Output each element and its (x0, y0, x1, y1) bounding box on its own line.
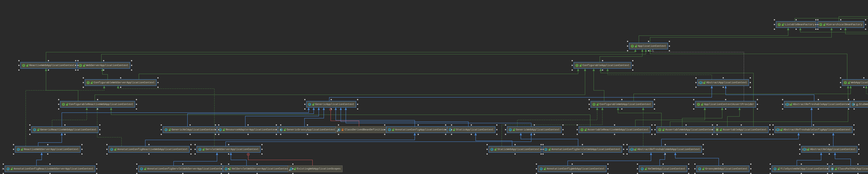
selection-handle[interactable] (621, 108, 623, 110)
selection-handle[interactable] (81, 144, 83, 145)
selection-handle[interactable] (13, 149, 14, 150)
selection-handle[interactable] (769, 124, 771, 126)
diagram-node-conf_ac[interactable]: IConfigurableApplicationContext (574, 62, 631, 69)
selection-handle[interactable] (782, 104, 783, 105)
selection-handle[interactable] (505, 134, 506, 135)
selection-handle[interactable] (505, 129, 506, 130)
selection-handle[interactable] (256, 164, 258, 165)
selection-handle[interactable] (688, 164, 689, 165)
selection-handle[interactable] (120, 87, 121, 88)
selection-handle[interactable] (571, 164, 573, 165)
selection-handle[interactable] (796, 29, 797, 30)
selection-handle[interactable] (3, 168, 4, 170)
selection-handle[interactable] (304, 104, 306, 105)
selection-handle[interactable] (827, 164, 828, 165)
selection-handle[interactable] (83, 87, 84, 88)
selection-handle[interactable] (247, 134, 249, 135)
selection-handle[interactable] (182, 173, 184, 174)
selection-handle[interactable] (58, 104, 59, 105)
selection-handle[interactable] (261, 144, 262, 145)
selection-handle[interactable] (81, 149, 83, 150)
selection-handle[interactable] (384, 129, 385, 130)
selection-handle[interactable] (614, 134, 615, 135)
selection-handle[interactable] (496, 134, 498, 135)
selection-handle[interactable] (815, 19, 817, 21)
selection-handle[interactable] (99, 134, 100, 135)
selection-handle[interactable] (228, 173, 229, 174)
selection-handle[interactable] (722, 173, 723, 174)
selection-handle[interactable] (338, 134, 339, 135)
selection-handle[interactable] (157, 82, 159, 83)
selection-handle[interactable] (769, 129, 771, 130)
selection-handle[interactable] (189, 134, 191, 135)
diagram-node-arwac[interactable]: CAbstractRefreshableWebApplicationContex… (628, 146, 702, 153)
selection-handle[interactable] (669, 50, 670, 52)
selection-handle[interactable] (106, 149, 107, 150)
selection-handle[interactable] (536, 164, 537, 165)
selection-handle[interactable] (247, 124, 249, 126)
diagram-node-conf_web_ac[interactable]: IConfigurableWebApplicationContext (591, 101, 653, 108)
selection-handle[interactable] (58, 99, 59, 100)
selection-handle[interactable] (817, 19, 818, 21)
selection-handle[interactable] (280, 129, 281, 130)
selection-handle[interactable] (582, 153, 583, 155)
selection-handle[interactable] (228, 144, 229, 145)
selection-handle[interactable] (221, 173, 222, 174)
selection-handle[interactable] (190, 144, 192, 145)
class-diagram-canvas[interactable]: Powered by yFiles IBeanFactoryIListableB… (0, 0, 868, 174)
selection-handle[interactable] (712, 124, 713, 126)
diagram-node-xwac[interactable]: CXmlWebApplicationContext (639, 166, 687, 172)
selection-handle[interactable] (131, 65, 132, 66)
diagram-node-acrwac[interactable]: CAnnotationConfigReactiveWebApplicationC… (108, 146, 190, 153)
selection-handle[interactable] (18, 65, 20, 66)
selection-handle[interactable] (832, 168, 833, 170)
selection-handle[interactable] (148, 144, 150, 145)
diagram-node-raac[interactable]: CResourceAdapterApplicationContext (217, 126, 279, 133)
selection-handle[interactable] (637, 168, 638, 170)
selection-handle[interactable] (157, 87, 159, 88)
diagram-node-gwac[interactable]: CGenericWebApplicationContext (507, 126, 562, 133)
selection-handle[interactable] (626, 149, 628, 150)
selection-handle[interactable] (832, 164, 833, 165)
selection-handle[interactable] (865, 29, 866, 30)
selection-handle[interactable] (685, 124, 687, 126)
selection-handle[interactable] (96, 164, 97, 165)
diagram-node-conf_reactive[interactable]: IConfigurableReactiveWebApplicationConte… (60, 101, 135, 108)
selection-handle[interactable] (48, 60, 49, 61)
selection-handle[interactable] (562, 134, 564, 135)
selection-handle[interactable] (451, 124, 452, 126)
selection-handle[interactable] (496, 129, 498, 130)
selection-handle[interactable] (505, 124, 506, 126)
selection-handle[interactable] (49, 164, 51, 165)
selection-handle[interactable] (451, 134, 452, 135)
selection-handle[interactable] (228, 168, 229, 170)
selection-handle[interactable] (607, 173, 609, 174)
selection-handle[interactable] (81, 153, 83, 155)
selection-handle[interactable] (307, 134, 308, 135)
diagram-node-assert_ac[interactable]: IAssertableApplicationContext (714, 126, 769, 133)
selection-handle[interactable] (607, 168, 609, 170)
selection-handle[interactable] (49, 173, 51, 174)
selection-handle[interactable] (357, 104, 358, 105)
selection-handle[interactable] (417, 124, 419, 126)
selection-handle[interactable] (194, 149, 196, 150)
selection-handle[interactable] (542, 153, 544, 155)
selection-handle[interactable] (29, 124, 31, 126)
selection-handle[interactable] (75, 65, 76, 66)
selection-handle[interactable] (487, 144, 488, 145)
selection-handle[interactable] (750, 173, 751, 174)
selection-handle[interactable] (703, 144, 704, 145)
selection-handle[interactable] (799, 144, 801, 145)
diagram-node-acrwsac[interactable]: CAnnotationConfigReactiveWebServerApplic… (5, 166, 95, 172)
diagram-node-acac[interactable]: CAnnotationConfigApplicationContext (386, 126, 450, 133)
diagram-node-ggac[interactable]: CGenericGroovyApplicationContext (278, 126, 337, 133)
selection-handle[interactable] (712, 129, 713, 130)
diagram-node-axac[interactable]: CAbstractXmlApplicationContext (801, 146, 858, 153)
selection-handle[interactable] (716, 134, 718, 135)
selection-handle[interactable] (840, 19, 841, 21)
selection-handle[interactable] (757, 108, 758, 110)
selection-handle[interactable] (725, 108, 726, 110)
selection-handle[interactable] (261, 149, 262, 150)
selection-handle[interactable] (276, 134, 277, 135)
selection-handle[interactable] (685, 134, 687, 135)
